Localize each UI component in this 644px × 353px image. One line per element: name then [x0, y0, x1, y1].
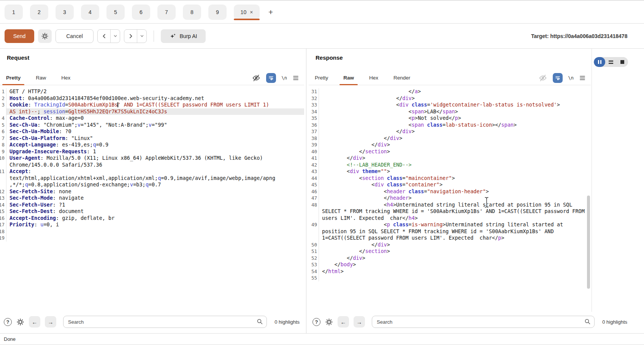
request-tab-raw[interactable]: Raw [35, 71, 47, 85]
soft-wrap-icon[interactable] [266, 73, 276, 83]
burp-ai-button[interactable]: Burp AI [161, 29, 206, 43]
request-editor[interactable]: 1GET / HTTP/22Host: 0a4a006a03d231418478… [0, 85, 304, 311]
repeater-tab-7[interactable]: 7 [157, 5, 176, 20]
line-content: </a> [319, 88, 591, 95]
close-tab-icon[interactable]: × [250, 9, 253, 15]
code-line: 48 <h4>Unterminated string literal start… [309, 202, 591, 208]
response-scrollbar[interactable] [587, 85, 590, 311]
repeater-toolbar: Send Cancel [0, 24, 644, 49]
line-content: Upgrade-Insecure-Requests: 1 [6, 148, 304, 155]
line-content: <section class="maincontainer"> [319, 175, 591, 182]
line-content: </header> [319, 195, 591, 202]
code-line: 34 <span>LAB</span> [309, 108, 591, 115]
newline-toggle[interactable]: \n [282, 75, 287, 81]
repeater-tab-10-active[interactable]: 10× [234, 5, 260, 20]
line-number: 44 [309, 175, 319, 182]
layout-columns-button[interactable] [594, 57, 605, 67]
back-history-dropdown[interactable] [111, 30, 120, 43]
layout-tabs-button[interactable] [617, 57, 628, 67]
code-line: 44 <section class="maincontainer"> [309, 175, 591, 182]
response-search-input[interactable] [372, 316, 595, 328]
active-tab-label: 10 [241, 9, 247, 15]
line-content: GET / HTTP/2 [6, 88, 304, 95]
editor-menu-icon[interactable] [293, 75, 299, 81]
previous-match-button[interactable]: ← [29, 316, 40, 328]
request-tab-pretty[interactable]: Pretty [5, 71, 21, 85]
search-settings-gear-icon[interactable] [325, 318, 333, 326]
response-tab-hex[interactable]: Hex [368, 71, 379, 85]
line-number: 53 [309, 261, 319, 268]
line-content: <p>Not solved</p> [319, 115, 591, 122]
line-content: Priority: u=0, i [6, 221, 304, 228]
editor-menu-icon[interactable] [579, 75, 585, 81]
repeater-tab-2[interactable]: 2 [30, 5, 48, 20]
repeater-tab-1[interactable]: 1 [5, 5, 23, 20]
line-number: 50 [309, 242, 319, 248]
hide-highlights-icon[interactable] [539, 74, 547, 82]
line-number [309, 215, 319, 222]
send-settings-button[interactable] [38, 29, 52, 43]
line-number: 4 [0, 115, 6, 122]
previous-match-button[interactable]: ← [338, 316, 349, 328]
line-content: <p class=is-warning>Unterminated string … [319, 221, 591, 228]
line-content: </div> [319, 135, 591, 142]
hide-highlights-icon[interactable] [252, 74, 260, 82]
line-content: </div> [319, 155, 591, 162]
repeater-tab-9[interactable]: 9 [208, 5, 227, 20]
help-icon[interactable]: ? [4, 318, 12, 326]
soft-wrap-icon[interactable] [553, 73, 563, 83]
next-match-button[interactable]: → [354, 316, 365, 328]
code-line: 2Host: 0a4a006a03d23141847854ef00d100ee.… [0, 95, 304, 102]
back-button[interactable] [98, 30, 110, 43]
columns-layout-icon [598, 60, 601, 64]
text-cursor-pointer [484, 196, 490, 208]
code-line: 1=CAST((SELECT password FROM users LIM'.… [309, 235, 591, 242]
code-line: Chrome/145.0.0.0 Safari/537.36 [0, 162, 304, 169]
next-match-button[interactable]: → [45, 316, 56, 328]
gear-icon [41, 32, 49, 40]
newline-toggle[interactable]: \n [568, 75, 574, 81]
forward-button[interactable] [124, 30, 137, 43]
target-url: Target: https://0a4a006a03d231418478 [531, 24, 627, 49]
repeater-tab-5[interactable]: 5 [106, 5, 125, 20]
new-tab-button[interactable]: + [267, 8, 274, 17]
repeater-tab-6[interactable]: 6 [132, 5, 150, 20]
request-tab-hex[interactable]: Hex [60, 71, 71, 85]
search-settings-gear-icon[interactable] [16, 318, 24, 326]
line-number [0, 175, 6, 182]
response-tab-raw[interactable]: Raw [343, 71, 355, 85]
repeater-tab-8[interactable]: 8 [183, 5, 201, 20]
response-tab-render[interactable]: Render [393, 71, 411, 85]
response-editor[interactable]: 31 </a>32 </div>33 <div class='widgetcon… [309, 85, 591, 311]
scrollbar-thumb[interactable] [587, 196, 590, 289]
code-line: 45 <div class="container"> [309, 181, 591, 188]
request-search-input[interactable] [63, 316, 267, 328]
response-view-tabs: PrettyRawHexRender \n [309, 71, 591, 85]
response-editor-icons: \n [539, 73, 585, 83]
line-content: Cache-Control: max-age=0 [6, 115, 304, 122]
send-button[interactable]: Send [5, 29, 34, 43]
forward-history-dropdown[interactable] [137, 30, 146, 43]
line-number: 38 [309, 135, 319, 142]
repeater-tab-4[interactable]: 4 [81, 5, 99, 20]
code-line: 3Cookie: TrackingId=S00AabrKiumXp1Bs' AN… [0, 102, 304, 108]
response-tab-pretty[interactable]: Pretty [314, 71, 329, 85]
line-content: </html> [319, 268, 591, 275]
request-title: Request [7, 54, 29, 61]
repeater-tab-3[interactable]: 3 [56, 5, 74, 20]
code-line: users LIM'. Expected char</h4> [309, 215, 591, 222]
line-number [309, 235, 319, 242]
line-content: </section> [319, 248, 591, 255]
search-icon [584, 318, 591, 325]
response-highlight-count: 0 highlights [602, 319, 627, 325]
panel-divider[interactable] [304, 49, 309, 333]
code-line: SELECT * FROM tracking WHERE id = 'S00Aa… [309, 208, 591, 215]
cancel-button[interactable]: Cancel [56, 29, 94, 43]
line-content: </div> [319, 142, 591, 148]
line-content: </body> [319, 261, 591, 268]
layout-rows-button[interactable] [605, 57, 617, 67]
response-search-row: ? ← → 0 highlights [312, 316, 627, 328]
line-content: Sec-Fetch-Dest: document [6, 208, 304, 215]
line-content: 1=CAST((SELECT password FROM users LIM'.… [319, 235, 591, 242]
help-icon[interactable]: ? [312, 318, 320, 326]
